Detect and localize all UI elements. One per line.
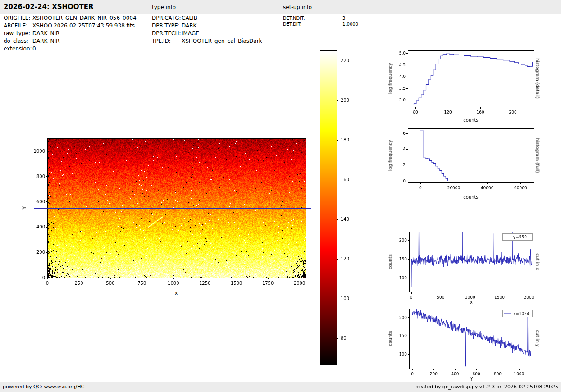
doclass-label: do_class: [4,37,32,45]
cut-in-y-canvas [388,305,543,381]
cut-in-y-yaxis-label: counts [388,331,393,346]
colorbar-tick-label: 80 [341,336,347,341]
cut-in-x-side-label: cut in x [535,253,540,270]
file-info-row: extension:0 [4,45,137,53]
type-info-row: TPL.ID:XSHOOTER_gen_cal_BiasDark [152,37,262,45]
detector-xaxis-label: X [174,291,178,296]
setup-info-block: DET.NDIT:3 DET.DIT:1.0000 [283,15,358,27]
tpl-id-value: XSHOOTER_gen_cal_BiasDark [182,38,262,44]
file-info-row: ORIGFILE:XSHOOTER_GEN_DARK_NIR_056_0004 [4,14,137,22]
dpr-tech-value: IMAGE [182,30,199,36]
origfile-label: ORIGFILE: [4,14,32,22]
cut-in-x-canvas [388,229,543,305]
histogram-full-yaxis-label: log frequency [388,140,393,171]
type-info-heading: type info [152,4,176,10]
dpr-tech-label: DPR.TECH: [152,30,182,37]
setup-info-heading: set-up info [283,4,312,10]
footer-left-text: powered by QC: www.eso.org/HC [3,382,84,392]
doclass-value: DARK_NIR [32,38,59,44]
type-info-row: DPR.TYPE:DARK [152,22,262,30]
tpl-id-label: TPL.ID: [152,37,182,45]
histogram-detail-yaxis-label: log frequency [388,63,393,94]
detector-yaxis-label: Y [22,206,27,210]
det-dit-value: 1.0000 [342,22,358,27]
arcfile-value: XSHOO.2026-02-25T07:43:59.938.fits [32,23,135,29]
dpr-catg-label: DPR.CATG: [152,14,182,22]
histogram-full-xaxis-label: counts [463,195,478,200]
setup-info-row: DET.NDIT:3 [283,15,358,21]
rawtype-value: DARK_NIR [32,30,59,36]
file-info-row: do_class:DARK_NIR [4,37,137,45]
det-dit-label: DET.DIT: [283,21,342,27]
setup-info-row: DET.DIT:1.0000 [283,21,358,27]
page-title: 2026-02-24: XSHOOTER [4,3,94,11]
arcfile-label: ARCFILE: [4,22,32,30]
colorbar-tick-label: 220 [341,58,349,63]
cut-in-x-yaxis-label: counts [388,254,393,269]
type-info-block: DPR.CATG:CALIB DPR.TYPE:DARK DPR.TECH:IM… [152,14,262,45]
colorbar-tick-label: 140 [341,217,349,222]
colorbar-tick-label: 120 [341,256,349,261]
type-info-row: DPR.TECH:IMAGE [152,30,262,37]
extension-label: extension: [4,45,32,53]
colorbar-tick-label: 100 [341,296,349,301]
footer-bar: powered by QC: www.eso.org/HC created by… [0,382,561,392]
extension-value: 0 [32,46,36,52]
colorbar-tick-label: 160 [341,177,349,182]
histogram-detail-xaxis-label: counts [463,118,478,123]
file-info-block: ORIGFILE:XSHOOTER_GEN_DARK_NIR_056_0004 … [4,14,137,53]
detector-image-canvas [27,133,320,291]
dpr-type-value: DARK [182,23,196,29]
origfile-value: XSHOOTER_GEN_DARK_NIR_056_0004 [32,15,137,21]
cut-in-x-xaxis-label: X [470,300,473,305]
histogram-full-canvas [388,125,543,197]
histogram-detail-side-label: histogram (detail) [535,58,540,99]
dpr-catg-value: CALIB [182,15,197,21]
rawtype-label: raw_type: [4,30,32,37]
histogram-full-side-label: histogram (full) [535,138,540,173]
colorbar-tick-label: 180 [341,137,349,142]
histogram-detail-canvas [388,47,543,121]
qc-report-page: 2026-02-24: XSHOOTER type info set-up in… [0,0,561,392]
file-info-row: ARCFILE:XSHOO.2026-02-25T07:43:59.938.fi… [4,22,137,30]
colorbar-tick-label: 200 [341,98,349,103]
det-ndit-label: DET.NDIT: [283,15,342,21]
dpr-type-label: DPR.TYPE: [152,22,182,30]
cut-in-y-xaxis-label: Y [470,377,473,382]
file-info-row: raw_type:DARK_NIR [4,30,137,37]
colorbar-ticks: 80100120140160180200220 [320,50,360,366]
type-info-row: DPR.CATG:CALIB [152,14,262,22]
det-ndit-value: 3 [342,16,345,21]
header-bar: 2026-02-24: XSHOOTER type info set-up in… [0,0,561,14]
footer-right-text: created by qc_rawdisp.py v1.2.3 on 2026-… [414,382,558,392]
cut-in-y-side-label: cut in y [535,330,540,346]
